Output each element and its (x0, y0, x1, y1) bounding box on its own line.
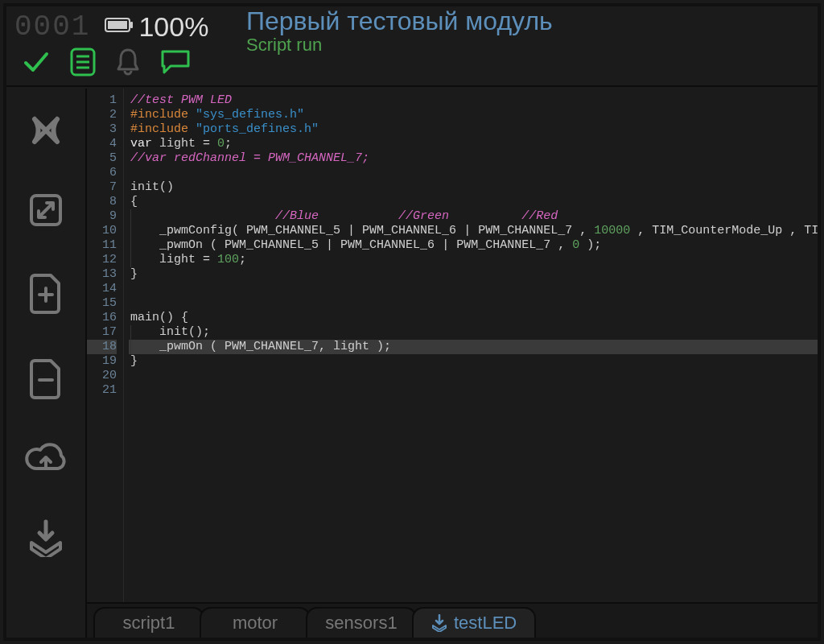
line-number: 2 (87, 108, 117, 122)
code-line[interactable]: init() (129, 180, 818, 195)
line-number: 21 (87, 383, 117, 398)
status-block: 0001 100% (6, 6, 224, 85)
line-number: 4 (87, 137, 117, 151)
download-button[interactable] (27, 518, 65, 557)
code-line[interactable]: { (129, 195, 818, 209)
tab-label: motor (233, 613, 278, 634)
code-line[interactable]: //Blue //Green //Red (129, 209, 818, 224)
line-gutter: 123456789101112131415161718192021 (87, 89, 124, 602)
document-icon[interactable] (69, 47, 97, 77)
line-number: 10 (87, 224, 117, 238)
line-number: 15 (87, 296, 117, 311)
code-line[interactable]: //test PWM LED (129, 93, 818, 108)
line-number: 9 (87, 209, 117, 224)
code-editor[interactable]: 123456789101112131415161718192021 //test… (87, 89, 818, 602)
page-title: Первый тестовый модуль (246, 6, 818, 36)
line-number: 5 (87, 151, 117, 166)
code-line[interactable]: var light = 0; (129, 137, 818, 151)
code-line[interactable]: } (129, 267, 818, 282)
tab-testLED[interactable]: testLED (412, 607, 536, 638)
code-line[interactable]: _pwmConfig( PWM_CHANNEL_5 | PWM_CHANNEL_… (129, 224, 818, 238)
code-line[interactable]: } (129, 354, 818, 369)
line-number: 14 (87, 282, 117, 296)
line-number: 6 (87, 166, 117, 180)
battery-percent: 100% (138, 11, 208, 43)
code-line[interactable]: _pwmOn ( PWM_CHANNEL_5 | PWM_CHANNEL_6 |… (129, 238, 818, 253)
battery-status: 100% (105, 11, 208, 43)
line-number: 12 (87, 253, 117, 267)
bell-icon[interactable] (114, 47, 142, 77)
upload-cloud-button[interactable] (24, 443, 68, 475)
counter-value: 0001 (14, 10, 90, 43)
line-number: 13 (87, 267, 117, 282)
code-line[interactable]: #include "ports_defines.h" (129, 122, 818, 137)
svg-rect-2 (108, 21, 127, 29)
line-number: 18 (87, 340, 117, 354)
line-number: 16 (87, 311, 117, 325)
tab-motor[interactable]: motor (200, 607, 311, 638)
download-icon (431, 614, 447, 632)
line-number: 8 (87, 195, 117, 209)
svg-rect-1 (130, 22, 133, 28)
fullscreen-button[interactable] (27, 192, 64, 229)
code-line[interactable]: init(); (129, 325, 818, 340)
tab-label: sensors1 (325, 613, 397, 634)
code-area[interactable]: //test PWM LED#include "sys_defines.h"#i… (124, 89, 818, 602)
code-line[interactable] (129, 282, 818, 296)
code-line[interactable]: main() { (129, 311, 818, 325)
page-subtitle: Script run (246, 35, 818, 56)
line-number: 17 (87, 325, 117, 340)
code-line[interactable] (129, 369, 818, 383)
tab-bar: script1motorsensors1testLED (87, 602, 818, 638)
line-number: 19 (87, 354, 117, 369)
line-number: 3 (87, 122, 117, 137)
code-line[interactable] (129, 296, 818, 311)
add-file-button[interactable] (28, 272, 64, 314)
code-line[interactable]: _pwmOn ( PWM_CHANNEL_7, light ); (129, 340, 818, 354)
chat-icon[interactable] (159, 47, 192, 76)
code-line[interactable]: light = 100; (129, 253, 818, 267)
check-icon[interactable] (21, 47, 52, 77)
code-line[interactable]: //var redChannel = PWM_CHANNEL_7; (129, 151, 818, 166)
remove-file-button[interactable] (28, 357, 64, 399)
code-line[interactable] (129, 383, 818, 398)
tab-script1[interactable]: script1 (93, 607, 204, 638)
line-number: 11 (87, 238, 117, 253)
tab-label: testLED (454, 613, 517, 634)
code-line[interactable] (129, 166, 818, 180)
tab-label: script1 (123, 613, 175, 634)
tab-sensors1[interactable]: sensors1 (306, 607, 417, 638)
close-button[interactable] (28, 113, 64, 148)
line-number: 20 (87, 369, 117, 383)
top-bar: 0001 100% (6, 6, 818, 87)
battery-icon (105, 17, 134, 36)
code-line[interactable]: #include "sys_defines.h" (129, 108, 818, 122)
line-number: 1 (87, 93, 117, 108)
line-number: 7 (87, 180, 117, 195)
side-toolbar (6, 89, 87, 638)
